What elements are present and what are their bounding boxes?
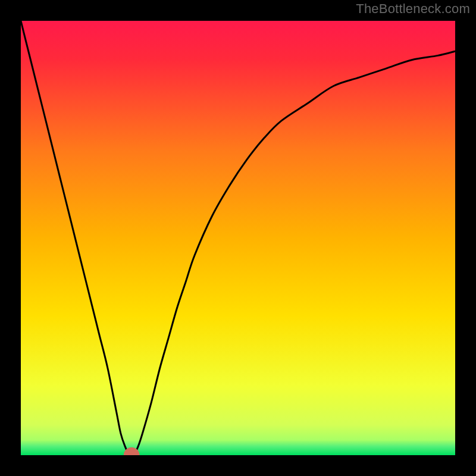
chart-svg [21, 21, 455, 455]
chart-container: TheBottleneck.com [0, 0, 476, 476]
watermark-label: TheBottleneck.com [356, 1, 470, 17]
plot-area [21, 21, 455, 455]
gradient-background [21, 21, 455, 455]
